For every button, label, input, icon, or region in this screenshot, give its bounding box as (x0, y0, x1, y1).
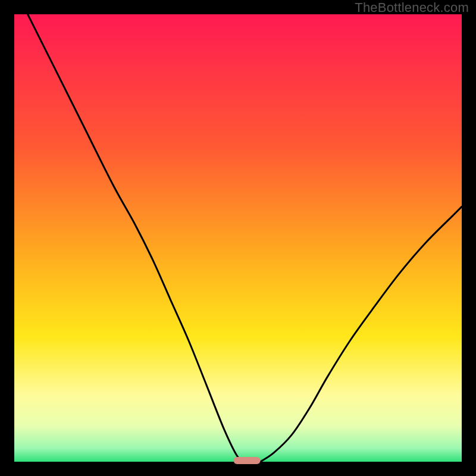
bottleneck-chart (0, 0, 476, 476)
watermark-source: TheBottleneck.com (355, 0, 469, 15)
chart-container: TheBottleneck.com (0, 0, 476, 476)
plot-area (14, 14, 462, 462)
optimum-marker (233, 457, 260, 464)
